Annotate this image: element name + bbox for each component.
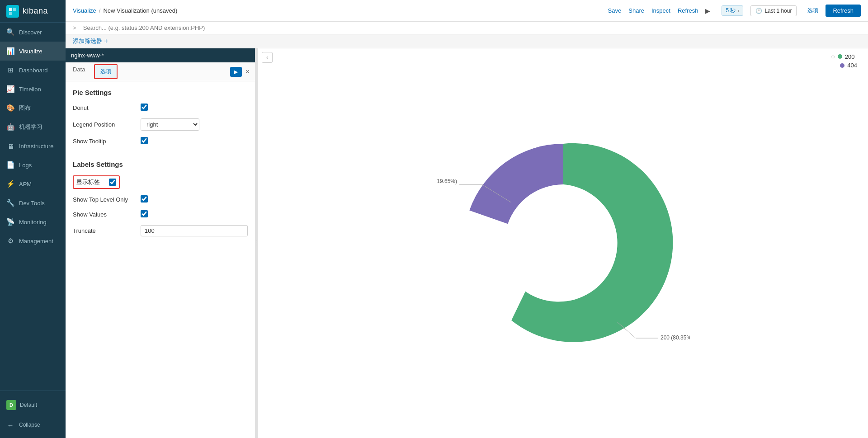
breadcrumb-current: New Visualization (unsaved) [103,7,177,14]
search-input[interactable] [83,24,861,31]
show-tooltip-control [141,137,248,146]
editor-panel: nginx-www-* Data 选项 ▶ × [66,48,255,438]
donut-row: Donut [73,104,248,112]
monitoring-icon: 📡 [6,218,14,226]
sidebar-item-dashboard[interactable]: ⊞ Dashboard [0,61,66,80]
collapse-label: Collapse [19,422,40,428]
refresh-link[interactable]: Refresh [678,7,698,14]
donut-checkbox[interactable] [141,104,148,111]
sidebar-item-infrastructure[interactable]: 🖥 Infrastructure [0,137,66,155]
editor-tab-actions: ▶ × [230,62,255,81]
sidebar-item-label: Dev Tools [19,200,45,207]
legend-position-row: Legend Position right left top bottom [73,118,248,131]
topbar: Visualize / New Visualization (unsaved) … [66,0,868,22]
svg-rect-2 [9,12,12,15]
tab-data-label: Data [73,66,85,73]
sidebar-item-collapse[interactable]: ← Collapse [0,415,66,434]
labels-settings-title: Labels Settings [73,160,248,168]
show-tooltip-checkbox[interactable] [141,137,148,144]
content-area: nginx-www-* Data 选项 ▶ × [66,48,868,438]
chart-container: 404 (19.65%) 200 (80.35%) [258,48,868,438]
breadcrumb-parent[interactable]: Visualize [73,7,96,14]
legend-dot-404 [840,63,844,68]
slice-404[interactable] [469,144,563,224]
infrastructure-icon: 🖥 [6,142,14,150]
sidebar-item-timelion[interactable]: 📈 Timelion [0,80,66,99]
time-range-picker[interactable]: 🕐 Last 1 hour [750,5,797,16]
ml-icon: 🤖 [6,123,14,131]
legend-position-select[interactable]: right left top bottom [141,118,199,131]
viz-collapse-button[interactable]: ‹ [262,52,273,63]
tab-options[interactable]: 选项 [94,64,118,79]
donut-control [141,104,248,112]
truncate-row: Truncate [73,225,248,236]
truncate-control [141,225,248,236]
filter-row: 添加筛选器 + [66,34,868,48]
chart-label-200: 200 (80.35%) [660,334,690,341]
show-values-checkbox[interactable] [141,210,148,217]
add-filter-button[interactable]: 添加筛选器 + [73,37,108,45]
show-tooltip-row: Show Tooltip [73,137,248,146]
apm-icon: ⚡ [6,180,14,188]
sidebar-item-user[interactable]: D Default [0,395,66,415]
sidebar-item-label: 图布 [19,104,31,112]
options-link[interactable]: 选项 [807,7,818,14]
legend-dot-200 [838,54,842,59]
sidebar-item-ml[interactable]: 🤖 机器学习 [0,118,66,137]
sidebar-username: Default [20,402,37,408]
sidebar-item-canvas[interactable]: 🎨 图布 [0,99,66,118]
legend-item-404: 404 [831,62,857,69]
sidebar-item-devtools[interactable]: 🔧 Dev Tools [0,193,66,212]
sidebar-item-discover[interactable]: 🔍 Discover [0,23,66,42]
show-top-level-row: Show Top Level Only [73,195,248,204]
add-filter-label: 添加筛选器 [73,37,102,45]
add-icon: + [104,37,108,45]
discover-icon: 🔍 [6,28,14,36]
clock-icon: 🕐 [755,8,762,14]
visualize-icon: 📊 [6,47,14,55]
viz-area: ‹ ○ 200 404 [258,48,868,438]
pie-settings-section: Pie Settings Donut Legend Position [73,89,248,146]
sidebar-item-management[interactable]: ⚙ Management [0,231,66,250]
sidebar-item-label: Monitoring [19,219,47,226]
sidebar-item-label: Visualize [19,48,42,55]
chevron-left-icon: ‹ [737,8,739,14]
sidebar-item-label: Management [19,238,53,245]
save-link[interactable]: Save [608,7,622,14]
truncate-input[interactable] [141,225,248,236]
search-input-wrapper [83,24,861,31]
legend-label-200: 200 [845,53,855,60]
show-values-row: Show Values [73,210,248,219]
refresh-button[interactable]: Refresh [826,5,861,17]
legend-position-control: right left top bottom [141,118,248,131]
management-icon: ⚙ [6,237,14,245]
time-label: Last 1 hour [764,8,792,14]
inspect-link[interactable]: Inspect [651,7,670,14]
labels-settings-section: Labels Settings 显示标签 Show Top Level Only [73,160,248,236]
interval-value: 5 秒 [726,7,736,14]
sidebar-item-monitoring[interactable]: 📡 Monitoring [0,212,66,231]
play-button[interactable]: ▶ [705,6,714,15]
search-prompt: >_ [73,24,80,31]
share-link[interactable]: Share [628,7,644,14]
apply-button[interactable]: ▶ [230,67,242,77]
show-labels-highlighted: 显示标签 [73,175,120,189]
show-values-label: Show Values [73,211,141,218]
tab-data[interactable]: Data [66,62,92,81]
section-divider [73,153,248,153]
legend-toggle-200[interactable]: ○ [831,53,835,60]
logo-text: kibana [23,6,48,16]
show-labels-checkbox[interactable] [109,179,116,186]
sidebar-item-label: Dashboard [19,67,48,74]
sidebar-item-logs[interactable]: 📄 Logs [0,155,66,174]
close-button[interactable]: × [244,67,251,76]
donut-label: Donut [73,104,141,111]
sidebar-item-apm[interactable]: ⚡ APM [0,174,66,193]
timelion-icon: 📈 [6,85,14,93]
main-content: Visualize / New Visualization (unsaved) … [66,0,868,438]
show-labels-label: 显示标签 [76,178,100,186]
show-top-level-checkbox[interactable] [141,195,148,203]
sidebar-item-visualize[interactable]: 📊 Visualize [0,42,66,61]
legend-label-404: 404 [847,62,857,69]
show-values-control [141,210,248,219]
